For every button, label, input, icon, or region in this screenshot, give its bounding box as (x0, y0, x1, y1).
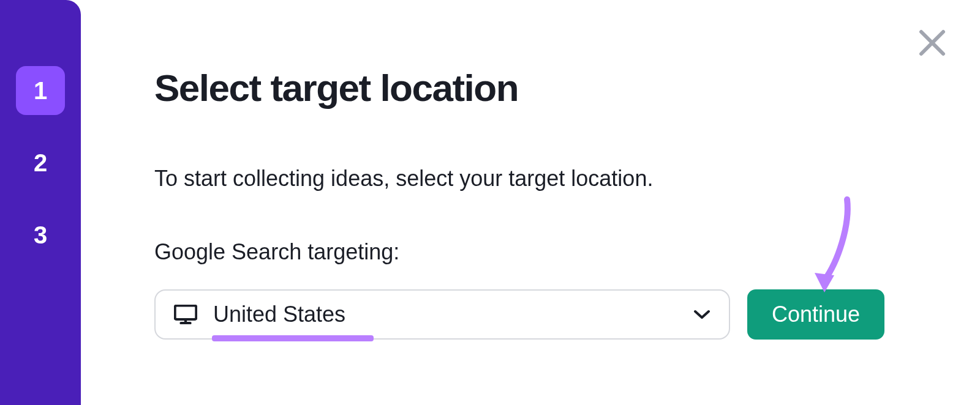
close-icon (918, 28, 947, 58)
form-row: United States Continue (154, 289, 943, 340)
desktop-icon (174, 305, 197, 324)
step-1[interactable]: 1 (16, 66, 65, 115)
svg-rect-2 (175, 305, 197, 319)
annotation-underline (212, 335, 374, 341)
wizard-sidebar: 1 2 3 (0, 0, 81, 405)
field-label-targeting: Google Search targeting: (154, 239, 943, 265)
step-2[interactable]: 2 (16, 138, 65, 187)
page-title: Select target location (154, 66, 943, 110)
page-subtitle: To start collecting ideas, select your t… (154, 166, 943, 191)
close-button[interactable] (916, 27, 948, 59)
chevron-down-icon (693, 310, 710, 319)
main-content: Select target location To start collecti… (154, 66, 943, 340)
step-3[interactable]: 3 (16, 210, 65, 259)
continue-button[interactable]: Continue (747, 289, 884, 340)
location-select-value: United States (213, 302, 693, 327)
location-select[interactable]: United States (154, 289, 730, 340)
